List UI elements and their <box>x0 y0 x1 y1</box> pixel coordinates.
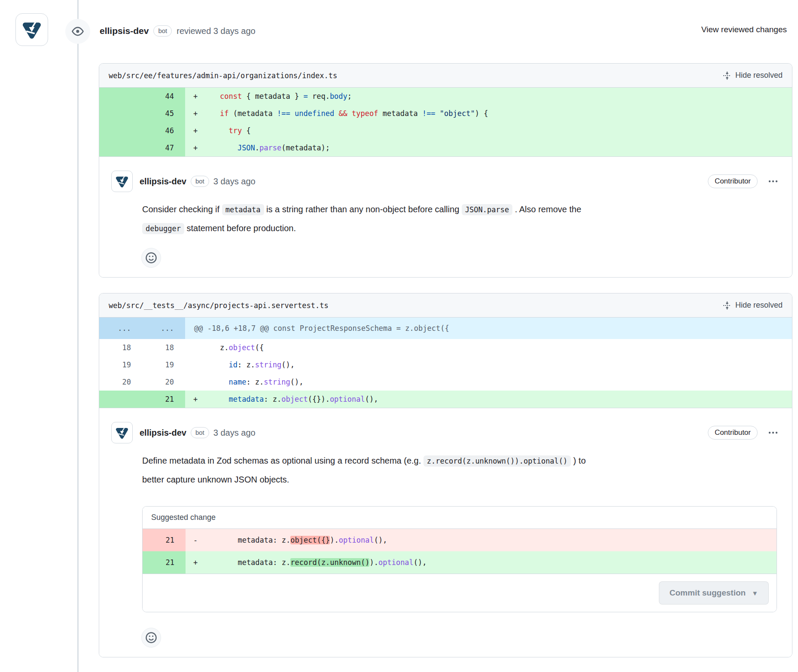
file-header: web/src/__tests__/async/projects-api.ser… <box>99 293 792 318</box>
new-line-number: ... <box>142 318 185 339</box>
commit-suggestion-button[interactable]: Commit suggestion ▼ <box>659 581 769 605</box>
kebab-icon <box>768 431 778 434</box>
diff-line: 21 + metadata: z.object({}).optional(), <box>99 391 792 408</box>
old-line-number: 19 <box>99 356 142 373</box>
comment: ellipsis-dev bot 3 days ago Contributor … <box>99 408 792 657</box>
line-number: 21 <box>143 529 186 551</box>
file-path-link[interactable]: web/src/ee/features/admin-api/organizati… <box>109 71 337 80</box>
word-diff-highlight: object({} <box>290 536 330 544</box>
review-threads: web/src/ee/features/admin-api/organizati… <box>99 63 792 672</box>
diff-marker: + <box>185 105 202 122</box>
diff-line: 45 + if (metadata !== undefined && typeo… <box>99 105 792 122</box>
kebab-icon <box>768 180 778 183</box>
comment-author[interactable]: ellipsis-dev <box>140 428 186 438</box>
dropdown-caret-icon: ▼ <box>752 590 758 596</box>
ellipsis-logo-icon <box>115 174 129 188</box>
view-reviewed-changes-link[interactable]: View reviewed changes <box>701 25 787 34</box>
diff-line: 46 + try { <box>99 122 792 139</box>
code-line: const { metadata } = req.body; <box>202 88 352 105</box>
comment-timestamp[interactable]: 3 days ago <box>213 428 256 438</box>
code-line: z.object({ <box>202 339 264 356</box>
word-diff-highlight: record(z.unknown() <box>290 558 369 567</box>
old-line-number: 18 <box>99 339 142 356</box>
new-line-number: 45 <box>142 105 185 122</box>
smiley-icon <box>145 632 157 644</box>
diff-marker <box>185 373 202 391</box>
old-line-number <box>99 88 142 105</box>
suggested-change-block: Suggested change 21 - metadata: z.object… <box>142 506 777 612</box>
review-thread-card-1: web/src/ee/features/admin-api/organizati… <box>99 63 792 278</box>
new-line-number: 44 <box>142 88 185 105</box>
diff-line: 19 19 id: z.string(), <box>99 356 792 373</box>
hide-resolved-label: Hide resolved <box>735 71 783 80</box>
inline-code: z.record(z.unknown()).optional() <box>423 455 571 467</box>
comment-avatar[interactable] <box>111 422 133 443</box>
review-thread-card-2: web/src/__tests__/async/projects-api.ser… <box>99 293 792 657</box>
new-line-number: 19 <box>142 356 185 373</box>
comment-timestamp[interactable]: 3 days ago <box>213 177 256 186</box>
timeline-line <box>77 0 79 672</box>
old-line-number <box>99 139 142 156</box>
diff-marker: + <box>185 391 202 408</box>
new-line-number: 18 <box>142 339 185 356</box>
diff-marker: + <box>185 88 202 105</box>
old-line-number <box>99 105 142 122</box>
code-line: metadata: z.record(z.unknown()).optional… <box>211 551 427 574</box>
hunk-header-line: ... ... @@ -18,6 +18,7 @@ const ProjectR… <box>99 318 792 339</box>
diff-block: 44 + const { metadata } = req.body; 45 +… <box>99 88 792 156</box>
eye-icon <box>65 19 90 44</box>
kebab-menu-button[interactable] <box>767 178 779 185</box>
diff-marker <box>185 339 202 356</box>
comment-avatar[interactable] <box>111 171 133 192</box>
fold-icon <box>723 71 731 80</box>
fold-icon <box>723 301 731 310</box>
contributor-badge: Contributor <box>708 426 758 440</box>
kebab-menu-button[interactable] <box>767 429 779 436</box>
suggestion-footer: Commit suggestion ▼ <box>143 574 777 612</box>
review-header: ellipsis-dev bot reviewed 3 days ago <box>100 20 256 42</box>
ellipsis-logo-icon <box>115 426 129 440</box>
code-line: if (metadata !== undefined && typeof met… <box>202 105 488 122</box>
ellipsis-logo-icon <box>21 19 42 40</box>
hide-resolved-button[interactable]: Hide resolved <box>723 71 783 80</box>
code-line: JSON.parse(metadata); <box>202 139 330 156</box>
add-reaction-button[interactable] <box>141 248 161 268</box>
diff-line: 20 20 name: z.string(), <box>99 373 792 391</box>
add-reaction-button[interactable] <box>141 628 161 648</box>
suggested-change-title: Suggested change <box>143 507 777 529</box>
diff-marker: + <box>186 551 211 574</box>
diff-marker: + <box>185 122 202 139</box>
old-line-number: ... <box>99 318 142 339</box>
inline-code: metadata <box>222 204 264 215</box>
comment-body: Consider checking if metadata is a strin… <box>142 200 779 238</box>
review-author[interactable]: ellipsis-dev <box>100 26 149 36</box>
new-line-number: 20 <box>142 373 185 391</box>
bot-badge: bot <box>191 427 209 438</box>
line-number: 21 <box>143 551 186 574</box>
comment-author[interactable]: ellipsis-dev <box>140 177 186 186</box>
inline-code: JSON.parse <box>462 204 512 215</box>
new-line-number: 47 <box>142 139 185 156</box>
old-line-number: 20 <box>99 373 142 391</box>
old-line-number <box>99 391 142 408</box>
code-line: metadata: z.object({}).optional(), <box>202 391 378 408</box>
suggestion-deletion-line: 21 - metadata: z.object({}).optional(), <box>143 529 777 551</box>
reviewer-avatar[interactable] <box>15 13 48 46</box>
code-line: name: z.string(), <box>202 373 303 391</box>
code-line: metadata: z.object({}).optional(), <box>211 529 387 551</box>
suggestion-addition-line: 21 + metadata: z.record(z.unknown()).opt… <box>143 551 777 574</box>
bot-badge: bot <box>191 176 209 187</box>
inline-code: debugger <box>142 223 184 234</box>
diff-block: ... ... @@ -18,6 +18,7 @@ const ProjectR… <box>99 318 792 408</box>
new-line-number: 46 <box>142 122 185 139</box>
diff-line: 18 18 z.object({ <box>99 339 792 356</box>
file-path-link[interactable]: web/src/__tests__/async/projects-api.ser… <box>109 301 329 310</box>
hide-resolved-label: Hide resolved <box>735 301 783 310</box>
diff-marker: + <box>185 139 202 156</box>
code-line: try { <box>202 122 251 139</box>
hunk-header-text: @@ -18,6 +18,7 @@ const ProjectResponseS… <box>194 318 449 339</box>
hide-resolved-button[interactable]: Hide resolved <box>723 301 783 310</box>
bot-badge: bot <box>153 25 172 37</box>
code-line: id: z.string(), <box>202 356 295 373</box>
old-line-number <box>99 122 142 139</box>
